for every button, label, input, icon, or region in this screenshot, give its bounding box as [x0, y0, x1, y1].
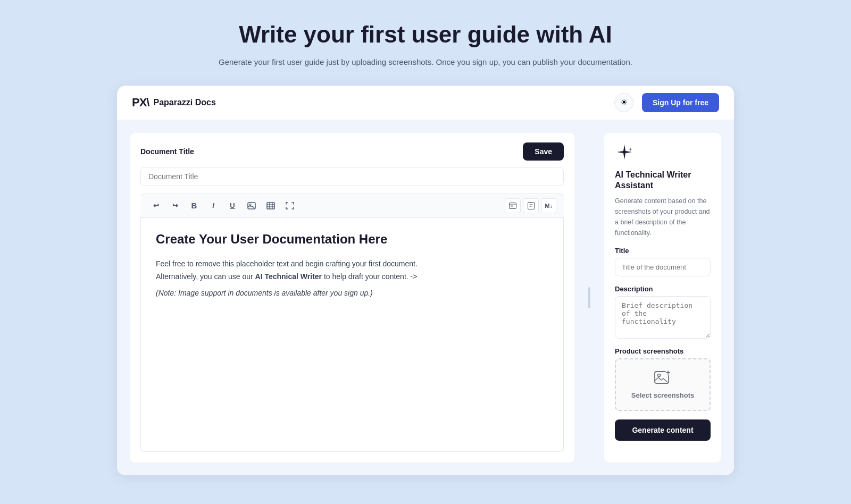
export-button[interactable] [523, 198, 539, 213]
theme-toggle-button[interactable]: ☀ [614, 93, 633, 112]
ai-header: AI Technical Writer Assistant Generate c… [615, 144, 711, 239]
screenshots-upload-area[interactable]: Select screenshots [615, 358, 711, 411]
ai-sidebar: AI Technical Writer Assistant Generate c… [604, 133, 721, 463]
doc-title-section: Document Title Save [130, 133, 574, 167]
nav-bar: PX\ Paparazzi Docs ☀ Sign Up for free [117, 86, 734, 120]
editor-content-title: Create Your User Documentation Here [156, 231, 548, 247]
ai-description-label: Description [615, 285, 711, 293]
svg-rect-2 [267, 203, 274, 209]
svg-rect-9 [511, 205, 513, 207]
editor-bold-writer: AI Technical Writer [255, 272, 322, 281]
markdown-button[interactable]: M↓ [541, 198, 556, 213]
nav-logo: PX\ Paparazzi Docs [132, 96, 216, 110]
ai-screenshots-field: Product screenshots [615, 347, 711, 411]
logo-name: Paparazzi Docs [153, 98, 215, 107]
table-button[interactable] [263, 198, 279, 213]
ai-title-label: Title [615, 247, 711, 255]
editor-arrow-text: to help draft your content. -> [324, 272, 418, 281]
editor-toolbar: ↩ ↪ B I U [140, 194, 564, 218]
resize-handle [587, 133, 591, 463]
document-title-input[interactable] [140, 167, 564, 186]
generate-content-button[interactable]: Generate content [615, 419, 711, 441]
upload-image-icon [654, 370, 671, 387]
editor-content-body: Feel free to remove this placeholder tex… [156, 258, 548, 300]
sparkle-icon [615, 144, 711, 165]
doc-title-label: Document Title [140, 147, 194, 156]
image-button[interactable] [244, 198, 260, 213]
editor-para-text: Feel free to remove this placeholder tex… [156, 259, 418, 268]
main-content: Document Title Save ↩ ↪ B I U [117, 120, 734, 475]
drag-handle-bar[interactable] [588, 287, 590, 308]
ai-description-field: Description [615, 285, 711, 339]
bold-button[interactable]: B [186, 198, 202, 213]
undo-button[interactable]: ↩ [148, 198, 164, 213]
preview-button[interactable] [505, 198, 521, 213]
ai-title: AI Technical Writer Assistant [615, 170, 711, 192]
svg-rect-10 [528, 202, 534, 209]
toolbar-right: M↓ [505, 198, 556, 213]
redo-button[interactable]: ↪ [167, 198, 183, 213]
italic-button[interactable]: I [205, 198, 221, 213]
underline-button[interactable]: U [224, 198, 240, 213]
nav-right: ☀ Sign Up for free [614, 93, 719, 112]
app-card: PX\ Paparazzi Docs ☀ Sign Up for free Do… [117, 86, 734, 475]
sun-icon: ☀ [620, 97, 628, 107]
ai-description: Generate content based on the screenshot… [615, 196, 711, 238]
select-screenshots-label: Select screenshots [631, 391, 695, 399]
signup-button[interactable]: Sign Up for free [642, 93, 719, 112]
svg-point-12 [658, 374, 661, 377]
logo-mark: PX\ [132, 96, 149, 110]
ai-screenshots-label: Product screenshots [615, 347, 711, 355]
ai-title-input[interactable] [615, 258, 711, 276]
save-button[interactable]: Save [523, 142, 564, 161]
svg-point-1 [249, 204, 251, 205]
ai-title-field: Title [615, 247, 711, 276]
editor-body[interactable]: Create Your User Documentation Here Feel… [140, 218, 564, 452]
hero-subtitle: Generate your first user guide just by u… [219, 56, 632, 69]
toolbar-left: ↩ ↪ B I U [148, 198, 298, 213]
editor-note-text: (Note: Image support in documents is ava… [156, 289, 373, 297]
hero-section: Write your first user guide with AI Gene… [219, 21, 632, 69]
fullscreen-button[interactable] [282, 198, 298, 213]
editor-panel: Document Title Save ↩ ↪ B I U [130, 133, 574, 463]
ai-description-input[interactable] [615, 296, 711, 339]
hero-title: Write your first user guide with AI [219, 21, 632, 48]
